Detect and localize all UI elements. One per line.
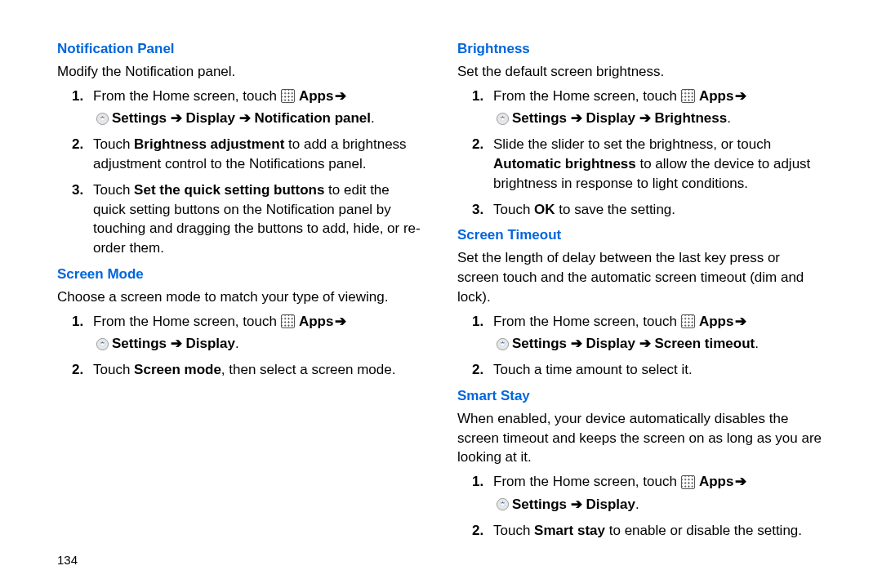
step-text: Touch a time amount to select it. bbox=[493, 362, 693, 377]
arrow-icon: ➔ bbox=[735, 312, 746, 332]
settings-path: Settings ➔ Display ➔ Screen timeout bbox=[512, 334, 755, 354]
gear-icon bbox=[96, 337, 109, 351]
step-item: Touch a time amount to select it. bbox=[493, 360, 825, 380]
apps-label: Apps bbox=[699, 472, 734, 492]
step-text: From the Home screen, touch bbox=[493, 312, 677, 332]
steps-smart-stay: From the Home screen, touch Apps ➔ Setti… bbox=[457, 472, 825, 540]
svg-point-7 bbox=[501, 343, 504, 345]
step-bold: Automatic brightness bbox=[493, 156, 636, 172]
step-bold: OK bbox=[534, 202, 555, 217]
steps-screen-mode: From the Home screen, touch Apps ➔ Setti… bbox=[57, 312, 425, 380]
apps-label: Apps bbox=[699, 87, 734, 106]
settings-path: Settings ➔ Display ➔ Brightness bbox=[512, 109, 727, 128]
step-text: to enable or disable the setting. bbox=[605, 523, 802, 538]
intro-screen-mode: Choose a screen mode to match your type … bbox=[57, 287, 425, 307]
steps-screen-timeout: From the Home screen, touch Apps ➔ Setti… bbox=[457, 312, 825, 380]
gear-icon bbox=[496, 337, 510, 351]
manual-page: Notification Panel Modify the Notificati… bbox=[0, 0, 882, 588]
apps-label: Apps bbox=[299, 87, 334, 106]
step-bold: Brightness adjustment bbox=[134, 136, 284, 152]
apps-label: Apps bbox=[699, 312, 734, 332]
heading-screen-mode: Screen Mode bbox=[57, 265, 425, 284]
page-number: 134 bbox=[57, 551, 78, 568]
apps-icon bbox=[281, 314, 295, 328]
step-text: Touch bbox=[493, 202, 534, 217]
settings-path: Settings ➔ Display bbox=[512, 495, 635, 514]
svg-point-1 bbox=[101, 118, 104, 120]
step-bold: Smart stay bbox=[534, 523, 605, 538]
svg-point-3 bbox=[101, 343, 104, 345]
step-text: Touch bbox=[93, 182, 134, 198]
arrow-icon: ➔ bbox=[735, 472, 746, 492]
steps-notification-panel: From the Home screen, touch Apps ➔ Setti… bbox=[57, 87, 425, 258]
heading-notification-panel: Notification Panel bbox=[57, 39, 425, 59]
step-item: From the Home screen, touch Apps ➔ Setti… bbox=[493, 312, 825, 354]
settings-path: Settings ➔ Display bbox=[112, 334, 235, 354]
heading-brightness: Brightness bbox=[457, 39, 825, 59]
gear-icon bbox=[96, 112, 109, 126]
apps-icon bbox=[681, 314, 695, 328]
step-bold: Screen mode bbox=[134, 362, 221, 377]
step-item: Touch Set the quick setting buttons to e… bbox=[93, 180, 425, 258]
step-item: Slide the slider to set the brightness, … bbox=[493, 135, 825, 193]
step-item: Touch Screen mode, then select a screen … bbox=[93, 360, 425, 380]
step-text: , then select a screen mode. bbox=[221, 362, 396, 377]
step-item: Touch OK to save the setting. bbox=[493, 200, 825, 220]
apps-icon bbox=[681, 475, 695, 489]
arrow-icon: ➔ bbox=[335, 87, 346, 106]
svg-point-9 bbox=[501, 503, 504, 506]
arrow-icon: ➔ bbox=[735, 87, 746, 106]
step-text: From the Home screen, touch bbox=[493, 472, 677, 492]
step-text: Touch bbox=[93, 136, 134, 152]
left-column: Notification Panel Modify the Notificati… bbox=[49, 33, 433, 572]
step-item: From the Home screen, touch Apps ➔ Setti… bbox=[493, 472, 825, 514]
svg-point-5 bbox=[501, 118, 504, 120]
step-text: Slide the slider to set the brightness, … bbox=[493, 136, 771, 152]
settings-path: Settings ➔ Display ➔ Notification panel bbox=[112, 109, 371, 128]
step-text: From the Home screen, touch bbox=[493, 87, 677, 106]
step-text: Touch bbox=[93, 362, 134, 377]
intro-brightness: Set the default screen brightness. bbox=[457, 62, 825, 82]
step-text: to save the setting. bbox=[555, 202, 675, 217]
heading-screen-timeout: Screen Timeout bbox=[457, 225, 825, 245]
intro-smart-stay: When enabled, your device automatically … bbox=[457, 409, 825, 467]
intro-notification-panel: Modify the Notification panel. bbox=[57, 62, 425, 82]
gear-icon bbox=[496, 497, 510, 511]
step-item: From the Home screen, touch Apps ➔ Setti… bbox=[93, 87, 425, 129]
step-item: Touch Brightness adjustment to add a bri… bbox=[93, 135, 425, 174]
step-bold: Set the quick setting buttons bbox=[134, 182, 324, 198]
intro-screen-timeout: Set the length of delay between the last… bbox=[457, 248, 825, 306]
step-item: From the Home screen, touch Apps ➔ Setti… bbox=[93, 312, 425, 354]
step-text: Touch bbox=[493, 523, 534, 538]
gear-icon bbox=[496, 112, 510, 126]
right-column: Brightness Set the default screen bright… bbox=[449, 33, 833, 572]
step-text: From the Home screen, touch bbox=[93, 312, 277, 332]
step-item: Touch Smart stay to enable or disable th… bbox=[493, 521, 825, 541]
apps-icon bbox=[281, 89, 295, 103]
step-item: From the Home screen, touch Apps ➔ Setti… bbox=[493, 87, 825, 129]
arrow-icon: ➔ bbox=[335, 312, 346, 332]
step-text: From the Home screen, touch bbox=[93, 87, 277, 106]
steps-brightness: From the Home screen, touch Apps ➔ Setti… bbox=[457, 87, 825, 220]
heading-smart-stay: Smart Stay bbox=[457, 386, 825, 406]
apps-label: Apps bbox=[299, 312, 334, 332]
apps-icon bbox=[681, 89, 695, 103]
